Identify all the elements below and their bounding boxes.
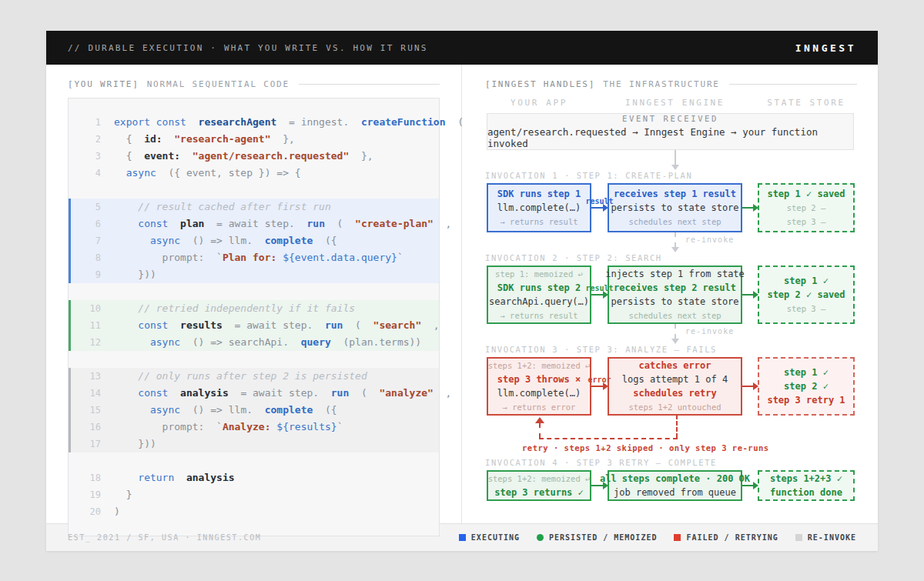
code-token: (plan.terms)) (331, 336, 421, 348)
arrow-line (591, 485, 604, 486)
line-number: 17 (81, 436, 101, 452)
code-line: 20) (69, 503, 439, 520)
code-line (69, 283, 439, 300)
line-number: 3 (81, 149, 101, 165)
code-token: "research-agent" (174, 133, 270, 145)
app-box: steps 1+2: memoized ↩step 3 returns ✓ (487, 470, 591, 501)
box-line: → returns result (500, 310, 578, 321)
line-number (81, 352, 101, 368)
code-line: 3 { event: "agent/research.requested" }, (69, 148, 439, 165)
box-line: receives step 1 result (614, 189, 736, 199)
column-headers: YOUR APPINNGEST ENGINESTATE STORE (487, 98, 857, 108)
column-gap (742, 98, 758, 108)
code-token: ({ (313, 404, 336, 416)
infra-panel: [INNGEST HANDLES] THE INFRASTRUCTURE YOU… (462, 65, 878, 523)
code-section-title: NORMAL SEQUENTIAL CODE (147, 79, 290, 89)
code-line: 12 async () => searchApi. query (plan.te… (69, 334, 439, 351)
box-line: → returns result (500, 216, 578, 227)
code-token: ` (337, 421, 343, 432)
code-line: 18 return analysis (69, 469, 439, 486)
line-number: 18 (81, 470, 101, 486)
box-line: persists to state store (611, 296, 738, 307)
arrow-head-icon (603, 482, 608, 489)
code-line: 6 const plan = await step. run ( "create… (69, 215, 439, 232)
box-line: steps 1+2+3 ✓ (770, 473, 842, 484)
code-token: run (331, 387, 349, 399)
code-token (114, 235, 150, 246)
event-title: EVENT RECEIVED (622, 114, 718, 123)
box-line: step 3 – (787, 303, 826, 314)
box-line: step 2 ✓ (784, 381, 829, 392)
code-token (162, 133, 175, 145)
column-header-inngest-engine: INNGEST ENGINE (608, 98, 742, 108)
code-token: results (180, 319, 223, 331)
arrow-head-icon (671, 165, 679, 170)
code-token: Plan for: (223, 252, 283, 263)
arrow-head-icon (671, 339, 679, 344)
column-header-your-app: YOUR APP (487, 98, 591, 108)
code-token: async (150, 336, 180, 348)
app-box: SDK runs step 1llm.complete(…)→ returns … (487, 183, 591, 232)
code-editor: 1export const researchAgent = inngest. c… (68, 98, 440, 536)
engine-box: all steps complete · 200 OKjob removed f… (608, 470, 742, 501)
code-token: }, (349, 150, 373, 162)
line-number: 15 (81, 402, 101, 419)
code-token (114, 472, 138, 483)
code-token: plan (180, 218, 204, 229)
line-number: 5 (81, 199, 101, 215)
arrow-line (591, 207, 604, 209)
footer-meta: EST_ 2021 / SF, USA · INNGEST.COM (68, 533, 261, 542)
code-token: ${results} (276, 421, 336, 432)
code-token: () => llm. (180, 404, 265, 416)
engine-box: injects step 1 from statereceives step 2… (608, 265, 742, 324)
code-token: , (434, 387, 451, 399)
code-token: "create-plan" (355, 218, 434, 229)
box-line: step 2 – (787, 202, 826, 213)
code-token: () => searchApi. (180, 336, 301, 348)
arrow-line (742, 207, 754, 209)
code-token: complete (265, 235, 313, 246)
infra-section-title: THE INFRASTRUCTURE (603, 79, 720, 89)
code-token: // result cached after first run (114, 201, 331, 212)
code-section-label: [YOU WRITE] NORMAL SEQUENTIAL CODE (68, 79, 440, 89)
line-number: 19 (81, 487, 101, 503)
legend-item: FAILED / RETRYING (674, 533, 778, 542)
line-number: 9 (81, 267, 101, 283)
code-token: const (138, 218, 168, 229)
app-to-engine-arrow: result (591, 183, 608, 232)
arrow-line (742, 485, 754, 486)
box-line: step 2 ✓ saved (767, 289, 845, 300)
code-token: ` (397, 252, 403, 263)
code-token (114, 404, 150, 416)
arrow-line (591, 294, 604, 296)
line-number: 6 (81, 216, 101, 232)
box-line: catches error (639, 360, 711, 371)
legend-label: RE-INVOKE (808, 533, 856, 542)
code-token: analysis (180, 387, 229, 399)
code-line: 14 const analysis = await step. run ( "a… (69, 385, 439, 402)
code-line (69, 182, 439, 199)
code-token: = await step. (223, 319, 325, 331)
legend-label: FAILED / RETRYING (686, 533, 778, 542)
code-token (168, 319, 180, 331)
state-box: step 1 ✓step 2 ✓step 3 retry 1 (758, 357, 855, 416)
arrow-line (742, 294, 754, 296)
code-panel: [YOU WRITE] NORMAL SEQUENTIAL CODE 1expo… (46, 65, 462, 523)
invocation-row: step 1: memoized ↩SDK runs step 2searchA… (487, 265, 857, 324)
arrow-line (742, 386, 754, 387)
app-box: steps 1+2: memoized ↩step 3 throws ×llm.… (487, 357, 591, 416)
code-line: 10 // retried independently if it fails (69, 300, 439, 317)
legend-item: EXECUTING (459, 533, 520, 542)
code-token: async (150, 235, 180, 246)
code-line (69, 452, 439, 469)
code-token: "agent/research.requested" (192, 150, 350, 162)
code-token: ( (325, 218, 355, 229)
code-token: id: (144, 133, 162, 145)
line-number (81, 453, 101, 469)
code-token: = inngest. (276, 116, 361, 128)
line-number: 2 (81, 132, 101, 148)
engine-to-state-arrow (742, 183, 758, 232)
line-number (81, 284, 101, 300)
code-token (114, 336, 150, 348)
code-token: async (126, 167, 156, 179)
